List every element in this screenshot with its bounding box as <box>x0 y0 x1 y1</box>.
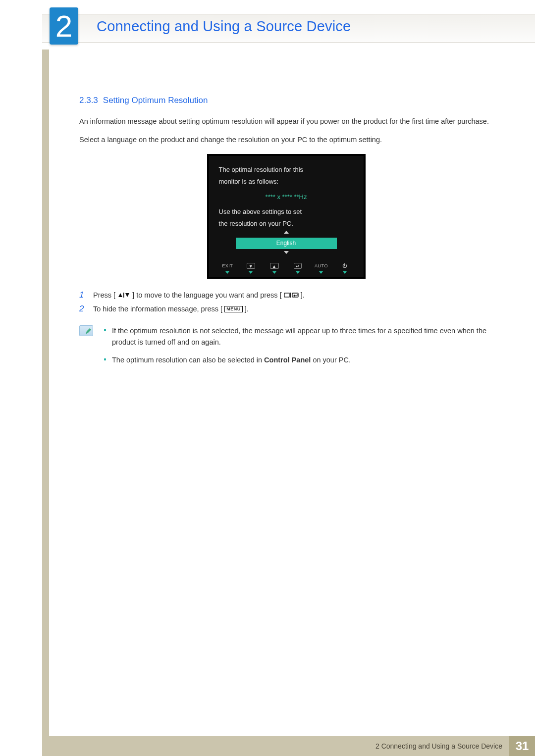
note2-b: on your PC. <box>311 356 351 364</box>
pointer-icon <box>319 271 323 274</box>
bullet-icon <box>104 329 106 331</box>
osd-lang-up-icon <box>284 231 289 234</box>
osd-panel: The optimal resolution for this monitor … <box>207 154 366 278</box>
osd-resolution-value: **** x **** **Hz <box>216 192 357 202</box>
osd-auto-label: AUTO <box>310 263 332 270</box>
bullet-icon <box>104 358 106 360</box>
svg-marker-2 <box>125 293 129 297</box>
osd-power-icon: ⏻ <box>334 263 356 270</box>
osd-language-value: English <box>276 240 296 247</box>
note-2-text: The optimum resolution can also be selec… <box>112 354 351 365</box>
step1-part-b: ] to move to the language you want and p… <box>132 291 281 299</box>
footer-page-number: 31 <box>509 736 535 756</box>
osd-down-icon: ▼ <box>240 263 262 270</box>
intro-paragraph-1: An information message about setting opt… <box>79 116 493 127</box>
step-2: 2 To hide the information message, press… <box>79 303 493 314</box>
intro-paragraph-2: Select a language on the product and cha… <box>79 134 493 145</box>
note-item-2: The optimum resolution can also be selec… <box>104 354 493 365</box>
osd-line-1: The optimal resolution for this <box>219 165 354 175</box>
osd-up-icon: ▲ <box>264 263 285 270</box>
osd-language-selector: English <box>236 238 337 249</box>
osd-exit-label: EXIT <box>216 263 238 270</box>
pointer-icon <box>225 271 229 274</box>
pointer-icon <box>272 271 276 274</box>
step-2-text: To hide the information message, press [… <box>93 303 493 314</box>
menu-button-icon: MENU <box>224 306 243 312</box>
step2-part-b: ]. <box>245 305 249 313</box>
up-down-button-icon <box>117 292 130 298</box>
step1-part-a: Press [ <box>93 291 115 299</box>
section-heading: 2.3.3Setting Optimum Resolution <box>79 94 493 107</box>
chapter-title: Connecting and Using a Source Device <box>97 18 351 35</box>
note-icon <box>79 325 93 336</box>
footer-chapter-text: 2 Connecting and Using a Source Device <box>375 742 509 750</box>
step1-part-c: ]. <box>301 291 305 299</box>
step2-part-a: To hide the information message, press [ <box>93 305 222 313</box>
chapter-number: 2 <box>55 8 72 44</box>
osd-button-row: EXIT ▼ ▲ ↵ AUTO ⏻ <box>216 263 357 270</box>
pointer-icon <box>249 271 253 274</box>
note-list: If the optimum resolution is not selecte… <box>104 325 493 372</box>
step-1: 1 Press [ ] to move to the language you … <box>79 290 493 301</box>
osd-lang-down-icon <box>284 251 289 254</box>
svg-marker-0 <box>118 293 122 297</box>
chapter-number-badge: 2 <box>50 7 78 45</box>
osd-line-2: monitor is as follows: <box>219 177 354 187</box>
osd-line-4: the resolution on your PC. <box>219 219 354 229</box>
svg-marker-6 <box>293 295 295 297</box>
source-enter-button-icon <box>284 292 299 298</box>
note2-bold: Control Panel <box>264 356 311 364</box>
left-spine-decoration <box>42 50 49 756</box>
osd-pointer-row <box>216 271 357 275</box>
svg-rect-4 <box>290 293 291 298</box>
osd-enter-icon: ↵ <box>287 263 309 270</box>
step-number-2: 2 <box>79 303 86 314</box>
osd-line-3: Use the above settings to set <box>219 207 354 217</box>
section-title: Setting Optimum Resolution <box>103 96 208 105</box>
pointer-icon <box>296 271 300 274</box>
svg-rect-1 <box>123 293 124 298</box>
step-1-text: Press [ ] to move to the language you wa… <box>93 290 493 301</box>
svg-rect-3 <box>284 293 289 297</box>
note-1-text: If the optimum resolution is not selecte… <box>112 325 493 348</box>
footer-band: 2 Connecting and Using a Source Device 3… <box>42 736 535 756</box>
content-area: 2.3.3Setting Optimum Resolution An infor… <box>79 94 493 373</box>
note-block: If the optimum resolution is not selecte… <box>79 325 493 372</box>
step-number-1: 1 <box>79 290 86 301</box>
note2-a: The optimum resolution can also be selec… <box>112 356 264 364</box>
pointer-icon <box>343 271 347 274</box>
section-number: 2.3.3 <box>79 96 98 105</box>
note-item-1: If the optimum resolution is not selecte… <box>104 325 493 348</box>
osd-screenshot-wrap: The optimal resolution for this monitor … <box>79 154 493 278</box>
